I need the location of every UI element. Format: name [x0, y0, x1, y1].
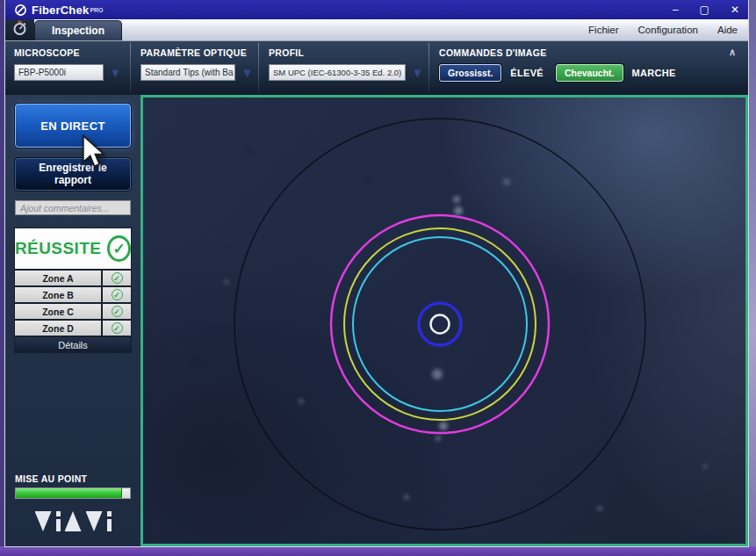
zone-b-cyan-ring — [353, 237, 527, 411]
photo-frame: FiberChek PRO – ▢ ✕ Inspecti — [0, 0, 756, 556]
dust-speck — [224, 279, 229, 285]
profile-select[interactable]: SM UPC (IEC-61300-3-35 Ed. 2.0) — [269, 64, 406, 81]
zone-c-yellow-ring — [344, 228, 536, 420]
focus-section: MISE AU POINT — [15, 473, 131, 499]
dust-speck — [439, 422, 448, 430]
zone-d-label: Zone D — [15, 321, 101, 336]
live-button[interactable]: EN DIRECT — [15, 104, 131, 148]
zone-table: Zone A ✓ Zone B ✓ Zone C ✓ Zone D — [15, 269, 131, 337]
profile-label: PROFIL — [269, 47, 428, 58]
check-circle-icon: ✓ — [112, 322, 123, 334]
viavi-a-icon — [65, 511, 82, 531]
optical-dropdown-arrow-icon[interactable]: ▼ — [241, 67, 253, 78]
dust-speck — [326, 315, 329, 319]
profile-section: PROFIL SM UPC (IEC-61300-3-35 Ed. 2.0) ▼ — [258, 41, 428, 95]
dust-speck — [503, 178, 510, 185]
tab-inspection[interactable]: Inspection — [34, 20, 122, 40]
viavi-logo — [35, 511, 112, 534]
table-row[interactable]: Zone B ✓ — [15, 287, 131, 302]
microscope-label: MICROSCOPE — [14, 47, 130, 58]
dust-speck — [597, 506, 602, 511]
magnification-state: ÉLEVÉ — [510, 68, 544, 78]
zone-b-label: Zone B — [15, 287, 101, 302]
close-button[interactable]: ✕ — [731, 4, 739, 15]
microscope-section: MICROSCOPE FBP-P5000i ▼ — [5, 41, 130, 95]
zone-b-status: ✓ — [103, 287, 131, 302]
table-row[interactable]: Zone D ✓ — [15, 321, 131, 336]
focus-label: MISE AU POINT — [15, 473, 131, 484]
save-report-line1: Enregistrer le — [39, 162, 106, 175]
check-circle-icon: ✓ — [112, 289, 123, 300]
dust-speck — [436, 436, 441, 441]
result-panel: RÉUSSITE ✓ Zone A ✓ Zone B ✓ Zo — [15, 228, 131, 352]
profile-dropdown-arrow-icon[interactable]: ▼ — [412, 67, 423, 78]
stopwatch-button[interactable] — [5, 19, 34, 40]
dust-speck — [454, 206, 463, 215]
viavi-v-icon — [35, 511, 52, 531]
dust-speck — [432, 369, 443, 379]
table-row[interactable]: Zone A ✓ — [15, 271, 131, 285]
save-report-button[interactable]: Enregistrer le rapport — [15, 158, 131, 191]
viavi-i-icon — [56, 511, 61, 531]
status-check-icon: ✓ — [107, 235, 131, 262]
zone-d-magenta-ring — [331, 215, 549, 433]
dust-speck — [453, 196, 460, 203]
app-window: FiberChek PRO – ▢ ✕ Inspecti — [5, 0, 748, 546]
overlay-state: MARCHE — [632, 68, 676, 78]
core-white-ring — [431, 315, 450, 334]
status-box: RÉUSSITE ✓ — [15, 228, 131, 269]
fiber-scope-view[interactable] — [140, 95, 748, 546]
minimize-button[interactable]: – — [673, 4, 679, 15]
image-controls-label: COMMANDES D'IMAGE — [439, 47, 748, 58]
zone-a-label: Zone A — [15, 271, 101, 285]
viavi-i-icon — [107, 511, 112, 531]
focus-progressbar — [15, 487, 131, 499]
menu-fichier[interactable]: Fichier — [588, 25, 619, 35]
dust-speck — [193, 358, 198, 364]
zone-a-blue-ring — [419, 303, 461, 345]
sidebar: EN DIRECT Enregistrer le rapport RÉUSSIT… — [5, 95, 140, 546]
zone-a-status: ✓ — [103, 271, 131, 285]
title-bar: FiberChek PRO – ▢ ✕ — [5, 0, 748, 19]
microscope-select[interactable]: FBP-P5000i — [14, 64, 104, 81]
status-text: RÉUSSITE — [15, 239, 101, 258]
dust-speck — [246, 148, 251, 153]
save-report-line2: rapport — [54, 175, 91, 187]
optical-setting-label: PARAMÈTRE OPTIQUE — [140, 47, 258, 58]
table-row[interactable]: Zone C ✓ — [15, 304, 131, 319]
maximize-button[interactable]: ▢ — [700, 4, 709, 15]
optical-setting-select[interactable]: Standard Tips (with Ba — [140, 64, 235, 81]
check-circle-icon: ✓ — [112, 272, 123, 284]
cladding-edge-ring — [234, 119, 645, 530]
zone-d-status: ✓ — [103, 321, 131, 336]
inspection-overlay-rings — [143, 97, 745, 544]
fiberchek-logo-icon — [14, 4, 27, 17]
collapse-toolbar-icon[interactable]: ∧ — [729, 47, 736, 58]
toolbar: MICROSCOPE FBP-P5000i ▼ PARAMÈTRE OPTIQU… — [5, 41, 748, 95]
app-title: FiberChek — [32, 4, 89, 17]
content-area: EN DIRECT Enregistrer le rapport RÉUSSIT… — [5, 95, 748, 546]
dust-speck — [404, 495, 409, 500]
microscope-dropdown-arrow-icon[interactable]: ▼ — [110, 67, 121, 78]
app-title-pro: PRO — [90, 7, 103, 13]
image-controls-section: COMMANDES D'IMAGE Grossisst. ÉLEVÉ Cheva… — [428, 41, 748, 95]
viavi-v-icon — [86, 511, 103, 531]
dust-speck — [299, 399, 304, 404]
overlay-button[interactable]: Chevaucht. — [556, 64, 623, 82]
tab-strip: Inspection Fichier Configuration Aide — [5, 19, 748, 41]
magnification-button[interactable]: Grossisst. — [439, 64, 501, 82]
zone-c-label: Zone C — [15, 304, 101, 319]
check-circle-icon: ✓ — [112, 306, 123, 317]
details-button[interactable]: Détails — [15, 337, 131, 352]
zone-c-status: ✓ — [103, 304, 131, 319]
stopwatch-icon — [12, 20, 27, 40]
dust-speck — [365, 179, 370, 184]
dust-speck — [703, 465, 708, 469]
focus-progress-fill — [16, 488, 122, 498]
comment-input[interactable] — [15, 200, 131, 215]
menu-bar: Fichier Configuration Aide — [588, 19, 748, 40]
menu-aide[interactable]: Aide — [717, 25, 738, 35]
bezel-right — [748, 0, 756, 556]
menu-configuration[interactable]: Configuration — [638, 25, 698, 35]
bezel-bottom — [0, 546, 756, 556]
